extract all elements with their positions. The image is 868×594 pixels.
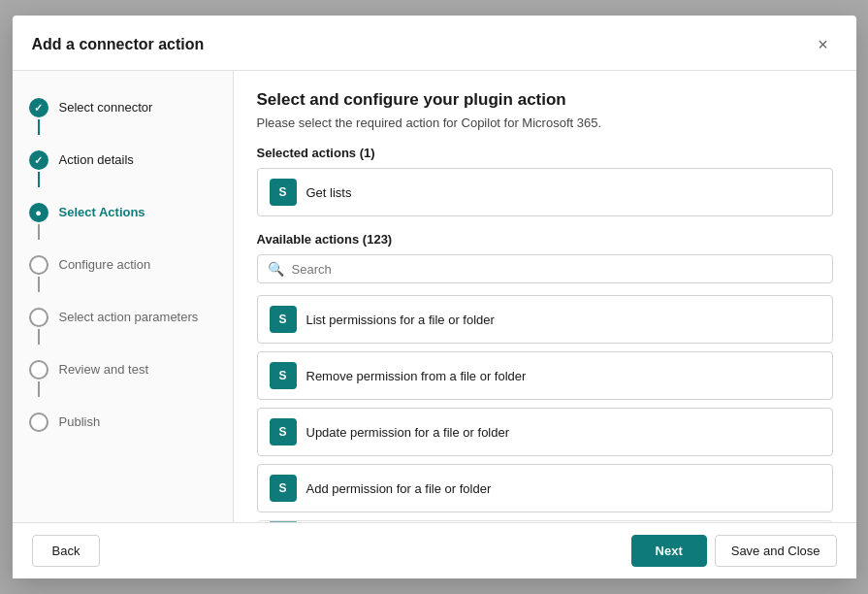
modal-footer: Back Next Save and Close	[13, 522, 856, 578]
footer-right-buttons: Next Save and Close	[631, 535, 837, 567]
step-line-6	[38, 381, 40, 397]
action-name-add-permission: Add permission for a file or folder	[306, 481, 492, 496]
step-indicator-5	[28, 308, 49, 345]
close-button[interactable]: ×	[810, 31, 837, 58]
action-icon-more: S	[270, 520, 297, 522]
main-content: Select and configure your plugin action …	[234, 71, 856, 522]
sidebar-item-publish[interactable]: Publish	[13, 405, 233, 440]
modal-dialog: Add a connector action × ✓ Select connec…	[13, 16, 856, 578]
available-action-list-permissions[interactable]: S List permissions for a file or folder	[257, 295, 833, 344]
step-label-review-and-test: Review and test	[59, 360, 149, 379]
action-icon-list-permissions: S	[270, 306, 297, 333]
action-icon-update-permission: S	[270, 418, 297, 446]
step-label-action-details: Action details	[59, 150, 134, 169]
main-subtitle: Please select the required action for Co…	[257, 116, 833, 130]
step-line-4	[38, 277, 40, 292]
available-action-update-permission[interactable]: S Update permission for a file or folder	[257, 408, 833, 456]
search-icon: 🔍	[268, 261, 284, 277]
action-name-update-permission: Update permission for a file or folder	[306, 425, 510, 440]
step-circle-4	[29, 255, 48, 275]
step-indicator-6	[28, 360, 49, 397]
action-icon-remove-permission: S	[270, 362, 297, 389]
step-circle-2: ✓	[29, 150, 48, 170]
step-circle-1: ✓	[29, 98, 48, 117]
sidebar-item-select-actions[interactable]: ● Select Actions	[13, 195, 233, 248]
sidebar-item-select-action-parameters[interactable]: Select action parameters	[13, 300, 233, 352]
step-circle-6	[29, 360, 48, 380]
action-name-remove-permission: Remove permission from a file or folder	[306, 369, 527, 383]
save-close-button[interactable]: Save and Close	[715, 535, 837, 567]
action-icon-add-permission: S	[270, 475, 297, 502]
step-indicator-3: ●	[28, 203, 49, 240]
sidebar-item-action-details[interactable]: ✓ Action details	[13, 143, 233, 195]
selected-actions-label: Selected actions (1)	[257, 146, 833, 160]
step-label-select-actions: Select Actions	[59, 203, 145, 221]
available-action-add-permission[interactable]: S Add permission for a file or folder	[257, 464, 833, 512]
next-button[interactable]: Next	[631, 535, 707, 567]
available-actions-label: Available actions (123)	[257, 232, 833, 247]
modal-overlay: Add a connector action × ✓ Select connec…	[0, 0, 868, 594]
action-name-get-lists: Get lists	[306, 185, 352, 200]
available-action-remove-permission[interactable]: S Remove permission from a file or folde…	[257, 351, 833, 400]
step-line-2	[38, 172, 40, 187]
step-indicator-2: ✓	[28, 150, 49, 187]
search-container: 🔍	[257, 254, 833, 283]
step-line-1	[38, 119, 40, 135]
main-heading: Select and configure your plugin action	[257, 90, 833, 110]
step-line-5	[38, 329, 40, 345]
modal-body: ✓ Select connector ✓ Action details	[13, 71, 856, 522]
available-action-more[interactable]: S ...	[257, 520, 833, 522]
step-label-select-connector: Select connector	[59, 98, 153, 116]
step-indicator-4	[28, 255, 49, 292]
step-label-publish: Publish	[59, 412, 101, 431]
sidebar-item-configure-action[interactable]: Configure action	[13, 248, 233, 300]
search-input[interactable]	[292, 262, 822, 277]
sidebar-item-review-and-test[interactable]: Review and test	[13, 352, 233, 405]
sidebar-item-select-connector[interactable]: ✓ Select connector	[13, 90, 233, 143]
step-circle-3: ●	[29, 203, 48, 222]
action-icon-get-lists: S	[270, 179, 297, 206]
step-circle-7	[29, 412, 48, 432]
modal-title: Add a connector action	[32, 36, 205, 53]
step-label-configure-action: Configure action	[59, 255, 151, 274]
step-indicator-1: ✓	[28, 98, 49, 135]
step-label-select-action-parameters: Select action parameters	[59, 308, 199, 326]
modal-header: Add a connector action ×	[13, 16, 856, 71]
selected-action-get-lists[interactable]: S Get lists	[257, 168, 833, 216]
step-circle-5	[29, 308, 48, 327]
step-indicator-7	[28, 412, 49, 432]
back-button[interactable]: Back	[32, 535, 101, 567]
action-name-list-permissions: List permissions for a file or folder	[306, 313, 495, 327]
step-line-3	[38, 224, 40, 240]
sidebar: ✓ Select connector ✓ Action details	[13, 71, 234, 522]
